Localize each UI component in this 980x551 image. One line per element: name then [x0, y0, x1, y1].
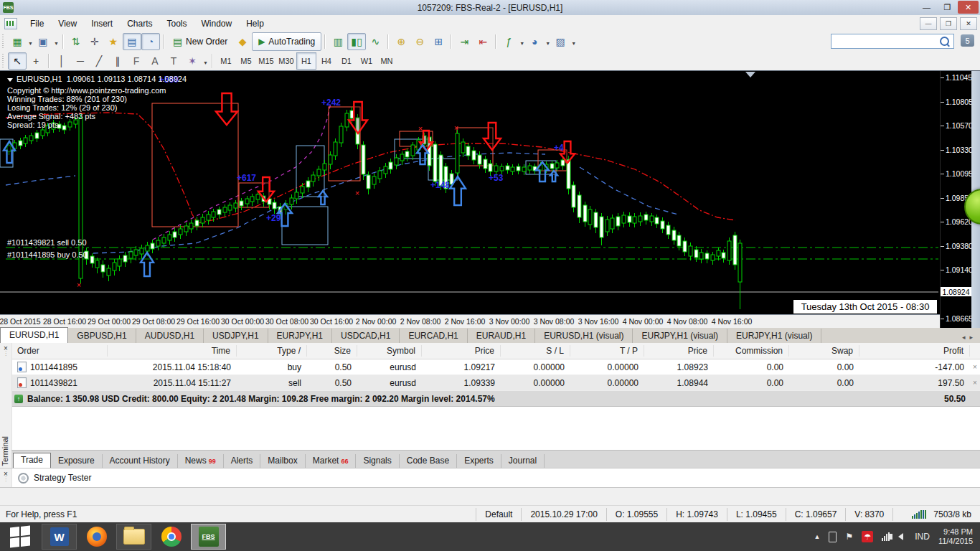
metaeditor-icon[interactable]: ◆ [233, 33, 252, 50]
profiles-icon-dropdown[interactable]: ▼ [54, 41, 59, 46]
status-profile[interactable]: Default [476, 508, 521, 521]
chart-tab-eurusd-h1[interactable]: EURUSD,H1 [0, 327, 68, 343]
new-chart-icon[interactable]: ▦ [8, 33, 27, 50]
timeframe-m30[interactable]: M30 [276, 52, 296, 70]
chart-tab-eurcad-h1[interactable]: EURCAD,H1 [400, 329, 467, 343]
data-window-icon[interactable]: ✛ [85, 33, 104, 50]
timeframe-m5[interactable]: M5 [236, 52, 256, 70]
chart-tab-usdjpy-h1[interactable]: USDJPY,H1 [204, 329, 268, 343]
toolbar-grip[interactable] [2, 34, 6, 49]
periods-icon[interactable]: ◕ [525, 33, 544, 50]
timeframe-m1[interactable]: M1 [216, 52, 236, 70]
terminal-tab-code-base[interactable]: Code Base [400, 454, 457, 468]
tray-avira-icon[interactable]: ☂ [862, 531, 873, 542]
tab-scroll-arrows[interactable]: ◂▸ [962, 334, 977, 341]
terminal-tab-signals[interactable]: Signals [356, 454, 399, 468]
close-order-icon[interactable]: × [970, 379, 980, 387]
arrows-icon[interactable]: ✶ [183, 52, 202, 70]
indicators-icon[interactable]: ƒ [499, 33, 518, 50]
column-header[interactable]: S / L [501, 345, 570, 357]
terminal-tab-market[interactable]: Market66 [306, 454, 357, 468]
chart-tab-eurjpy-h1[interactable]: EURJPY,H1 [268, 329, 332, 343]
terminal-tab-exposure[interactable]: Exposure [51, 454, 103, 468]
chart-tab-eurjpy-h1-visual-[interactable]: EURJPY,H1 (visual) [727, 329, 821, 343]
menu-insert[interactable]: Insert [84, 17, 120, 31]
symbol-dropdown-icon[interactable] [7, 78, 13, 82]
chat-notifications-icon[interactable]: 5 [961, 34, 974, 47]
trendline-icon[interactable]: ╱ [90, 52, 108, 70]
column-header[interactable]: Profit [859, 345, 970, 357]
timeframe-d1[interactable]: D1 [336, 52, 357, 70]
tray-language-indicator[interactable]: IND [915, 532, 930, 542]
column-header[interactable]: Order [11, 345, 108, 357]
tray-flag-icon[interactable]: ⚑ [845, 532, 853, 542]
column-header[interactable]: T / P [570, 345, 644, 357]
taskbar-fbs-button[interactable]: FBS [191, 524, 226, 550]
child-close-button[interactable]: ✕ [960, 17, 977, 30]
timeframe-m15[interactable]: M15 [256, 52, 276, 70]
taskbar-firefox-button[interactable] [80, 524, 113, 549]
templates-icon[interactable]: ▨ [551, 33, 570, 50]
chart-tab-gbpusd-h1[interactable]: GBPUSD,H1 [68, 329, 136, 343]
minimize-button[interactable]: — [916, 1, 937, 14]
chart-window[interactable]: ×××××+560+617+29+242+148+53+4 EURUSD,H1 … [0, 70, 980, 329]
menu-view[interactable]: View [51, 17, 84, 31]
child-restore-button[interactable]: ❐ [940, 17, 957, 30]
chart-tab-usdcad-h1[interactable]: USDCAD,H1 [332, 329, 400, 343]
child-minimize-button[interactable]: — [920, 17, 937, 30]
terminal-tab-account-history[interactable]: Account History [103, 454, 178, 468]
text-icon[interactable]: A [146, 52, 164, 70]
tray-expand-icon[interactable]: ▲ [814, 533, 821, 540]
terminal-icon[interactable]: ▤ [123, 33, 141, 50]
taskbar-chrome-button[interactable] [154, 524, 188, 549]
column-header[interactable]: Commission [714, 345, 789, 357]
column-header[interactable]: Type / [237, 345, 307, 357]
search-icon[interactable] [940, 37, 949, 46]
order-row[interactable]: 10114398212015.11.04 15:11:27sell0.50eur… [11, 375, 980, 391]
menu-window[interactable]: Window [194, 17, 240, 31]
tray-volume-icon[interactable] [898, 533, 903, 540]
terminal-tab-journal[interactable]: Journal [501, 454, 545, 468]
tray-network-icon[interactable] [882, 532, 890, 541]
auto-scroll-icon[interactable]: ⇥ [455, 33, 473, 50]
profiles-icon[interactable]: ▣ [34, 33, 52, 50]
terminal-tab-mailbox[interactable]: Mailbox [260, 454, 305, 468]
chart-tab-audusd-h1[interactable]: AUDUSD,H1 [136, 329, 204, 343]
chart-tab-eurjpy-h1-visual-[interactable]: EURJPY,H1 (visual) [633, 329, 727, 343]
candlestick-chart-icon[interactable]: ▮▯ [347, 33, 366, 50]
menu-tools[interactable]: Tools [160, 17, 194, 31]
terminal-tab-alerts[interactable]: Alerts [224, 454, 261, 468]
tile-windows-icon[interactable]: ⊞ [429, 33, 448, 50]
order-row[interactable]: 10114418952015.11.04 15:18:40buy0.50euru… [11, 359, 980, 375]
chart-tab-euraud-h1[interactable]: EURAUD,H1 [468, 329, 535, 343]
start-button[interactable] [0, 522, 40, 551]
terminal-tab-experts[interactable]: Experts [457, 454, 501, 468]
toolbar-grip[interactable] [2, 54, 6, 68]
column-header[interactable]: Price [422, 345, 501, 357]
cursor-icon[interactable]: ↖ [8, 52, 27, 70]
arrows-icon-dropdown[interactable]: ▼ [203, 60, 208, 65]
price-chart[interactable]: ×××××+560+617+29+242+148+53+4 [0, 71, 940, 314]
column-header[interactable]: Swap [789, 345, 859, 357]
autotrading-button[interactable]: ▶ AutoTrading [252, 32, 321, 51]
bar-chart-icon[interactable]: ▥ [329, 33, 347, 50]
chart-tab-eurusd-h1-visual-[interactable]: EURUSD,H1 (visual) [535, 329, 633, 343]
timeframe-h1[interactable]: H1 [296, 52, 316, 70]
horizontal-line-icon[interactable]: ─ [71, 52, 90, 70]
menu-file[interactable]: File [23, 17, 51, 31]
menu-help[interactable]: Help [239, 17, 271, 31]
strategy-tester-icon[interactable]: ◔ [141, 33, 160, 50]
close-order-icon[interactable]: × [970, 363, 980, 371]
column-header[interactable]: Symbol [357, 345, 422, 357]
line-chart-icon[interactable]: ∿ [366, 33, 385, 50]
periods-icon-dropdown[interactable]: ▼ [545, 41, 550, 46]
new-chart-icon-dropdown[interactable]: ▼ [28, 41, 33, 46]
timeframe-mn[interactable]: MN [377, 52, 397, 70]
strategy-tester-label[interactable]: Strategy Tester [34, 473, 91, 483]
text-label-icon[interactable]: T [164, 52, 183, 70]
column-header[interactable]: Price [644, 345, 714, 357]
new-order-button[interactable]: ▤ New Order [167, 33, 233, 50]
terminal-tab-trade[interactable]: Trade [13, 453, 51, 468]
channel-icon[interactable]: ∥ [108, 52, 127, 70]
tray-device-icon[interactable] [829, 532, 837, 542]
